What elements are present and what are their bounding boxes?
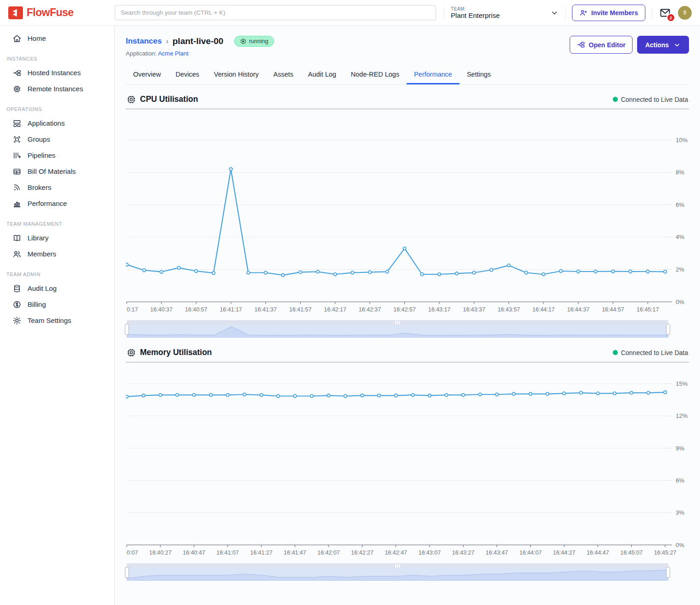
tab-settings[interactable]: Settings xyxy=(459,66,498,84)
remote-instances-icon xyxy=(12,84,22,94)
sidebar-item-label: Pipelines xyxy=(28,151,56,159)
zoom-grip[interactable] xyxy=(127,320,668,325)
x-axis-label: 16:44:27 xyxy=(553,549,576,556)
y-axis-label: 12% xyxy=(676,412,688,419)
y-axis-label: 6% xyxy=(676,201,684,208)
sidebar-item-groups[interactable]: Groups xyxy=(0,131,114,147)
sidebar-item-label: Billing xyxy=(28,300,46,308)
pipelines-icon xyxy=(12,151,22,160)
status-badge: running xyxy=(234,36,274,47)
sidebar-item-label: Home xyxy=(28,34,46,42)
section-title: Memory Utilisation xyxy=(127,348,212,357)
live-status-label: Connected to Live Data xyxy=(621,349,688,356)
tab-version-history[interactable]: Version History xyxy=(207,66,266,84)
y-axis-label: 8% xyxy=(676,169,684,176)
breadcrumb-instances-link[interactable]: Instances xyxy=(126,37,162,46)
x-axis-label: 16:44:47 xyxy=(587,549,609,556)
x-axis-label: 16:40:37 xyxy=(150,306,173,313)
sidebar-item-team-settings[interactable]: Team Settings xyxy=(0,312,114,328)
live-status: Connected to Live Data xyxy=(613,96,688,103)
x-axis-label: 16:41:17 xyxy=(220,306,242,313)
team-selector[interactable]: TEAM: Plant Enterprise xyxy=(451,6,559,19)
application-link[interactable]: Acme Plant xyxy=(158,50,188,57)
x-axis-label: 16:41:57 xyxy=(289,306,312,313)
chevron-down-icon xyxy=(673,41,681,49)
tab-audit-log[interactable]: Audit Log xyxy=(301,66,343,84)
sidebar-item-billing[interactable]: Billing xyxy=(0,296,114,312)
sidebar-item-audit-log[interactable]: Audit Log xyxy=(0,280,114,296)
memory-utilisation-zoom-slider[interactable] xyxy=(127,563,668,581)
brokers-icon xyxy=(12,183,22,192)
zoom-handle-left[interactable] xyxy=(125,324,129,335)
sidebar-item-members[interactable]: Members xyxy=(0,246,114,262)
sidebar-item-label: Applications xyxy=(28,119,65,127)
status-dot-icon xyxy=(613,97,618,102)
data-line xyxy=(127,169,665,275)
live-status: Connected to Live Data xyxy=(613,349,688,356)
zoom-handle-right[interactable] xyxy=(666,324,670,335)
zoom-handle-right[interactable] xyxy=(666,567,670,578)
open-editor-button[interactable]: Open Editor xyxy=(570,36,633,54)
play-circle-icon xyxy=(240,38,246,44)
sidebar-item-home[interactable]: Home xyxy=(0,30,114,46)
zoom-handle-left[interactable] xyxy=(125,567,129,578)
notifications-button[interactable]: 2 xyxy=(659,7,672,18)
search-input[interactable] xyxy=(115,5,436,20)
sidebar-item-library[interactable]: Library xyxy=(0,230,114,246)
chevron-down-icon xyxy=(550,9,559,17)
cpu-utilisation-chart: 0%2%4%6%8%10%0:1716:40:3716:40:5716:41:1… xyxy=(126,110,689,316)
application-label: Application: xyxy=(126,50,157,57)
open-editor-label: Open Editor xyxy=(589,41,626,49)
sidebar-item-label: Hosted Instances xyxy=(28,69,81,77)
x-axis-label: 0:07 xyxy=(127,549,138,556)
x-axis-label: 16:43:57 xyxy=(498,306,520,313)
sidebar-item-bill-of-materials[interactable]: Bill Of Materials xyxy=(0,163,114,179)
zoom-grip[interactable] xyxy=(127,563,668,568)
billing-icon xyxy=(12,300,22,309)
x-axis-label: 16:45:17 xyxy=(637,306,659,313)
x-axis-label: 16:40:27 xyxy=(149,549,172,556)
x-axis-label: 16:41:47 xyxy=(284,549,306,556)
avatar[interactable]: fl xyxy=(678,6,692,20)
instance-name: plant-live-00 xyxy=(173,36,224,46)
tab-assets[interactable]: Assets xyxy=(266,66,301,84)
sidebar-item-brokers[interactable]: Brokers xyxy=(0,179,114,195)
y-axis-label: 6% xyxy=(676,477,684,484)
x-axis-label: 16:44:17 xyxy=(532,306,555,313)
sidebar-item-pipelines[interactable]: Pipelines xyxy=(0,147,114,163)
sidebar-item-label: Team Settings xyxy=(28,316,71,324)
x-axis-label: 16:43:07 xyxy=(418,549,441,556)
zoom-preview[interactable] xyxy=(127,325,668,338)
tab-devices[interactable]: Devices xyxy=(168,66,207,84)
x-axis-label: 16:42:17 xyxy=(324,306,347,313)
x-axis-label: 16:45:07 xyxy=(620,549,643,556)
sidebar-item-remote-instances[interactable]: Remote Instances xyxy=(0,81,114,97)
user-plus-icon xyxy=(579,9,588,17)
home-icon xyxy=(12,34,22,43)
bill-of-materials-icon xyxy=(12,167,22,176)
sidebar-item-label: Brokers xyxy=(28,183,51,191)
tab-performance[interactable]: Performance xyxy=(407,66,459,84)
x-axis-label: 16:44:37 xyxy=(567,306,589,313)
groups-icon xyxy=(12,135,22,144)
tab-overview[interactable]: Overview xyxy=(126,66,168,84)
y-axis-label: 15% xyxy=(676,380,688,387)
invite-members-button[interactable]: Invite Members xyxy=(572,5,645,21)
zoom-preview[interactable] xyxy=(127,568,668,581)
sidebar-item-performance[interactable]: Performance xyxy=(0,195,114,211)
sidebar-item-hosted-instances[interactable]: Hosted Instances xyxy=(0,65,114,81)
y-axis-label: 0% xyxy=(676,542,684,549)
actions-button[interactable]: Actions xyxy=(637,36,689,54)
flowfuse-logo[interactable]: FlowFuse xyxy=(0,6,115,19)
tab-node-red-logs[interactable]: Node-RED Logs xyxy=(343,66,407,84)
sidebar-section-title: OPERATIONS xyxy=(6,106,114,112)
audit-log-icon xyxy=(12,284,22,293)
sidebar-item-applications[interactable]: Applications xyxy=(0,115,114,131)
flowfuse-logo-icon xyxy=(8,6,23,19)
y-axis-label: 9% xyxy=(676,445,684,452)
status-dot-icon xyxy=(613,350,618,355)
cpu-utilisation-zoom-slider[interactable] xyxy=(127,320,668,338)
x-axis-label: 0:17 xyxy=(127,306,138,313)
cpu-icon xyxy=(127,348,136,357)
team-label: TEAM: xyxy=(451,6,500,11)
